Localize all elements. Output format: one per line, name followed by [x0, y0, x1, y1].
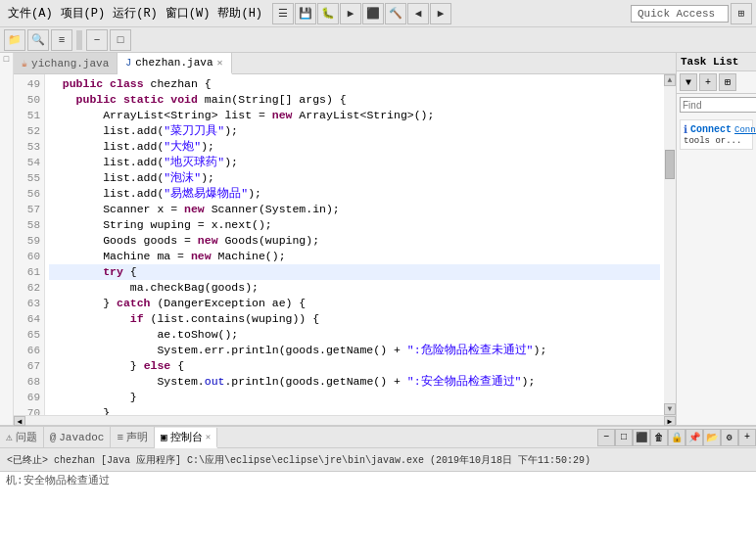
connect-link[interactable]: Connect... — [734, 125, 756, 135]
bottom-area: ⚠ 问题 @ Javadoc ≡ 声明 ▣ 控制台 ✕ − □ ⬛ 🗑 🔒 📌 … — [0, 425, 756, 557]
code-line-52: list.add("菜刀刀具"); — [49, 123, 660, 139]
console-status-text: <已终止> chezhan [Java 应用程序] C:\应用\eclipse\… — [3, 453, 753, 467]
console-label: 控制台 — [170, 430, 203, 444]
declaration-icon: ≡ — [117, 432, 123, 443]
gutter-btn-1[interactable]: □ — [4, 55, 9, 65]
editor-container: ☕ yichang.java J chezhan.java ✕ 49 50 51… — [14, 53, 676, 425]
menu-file[interactable]: 文件(A) — [8, 5, 53, 22]
tab-javadoc[interactable]: @ Javadoc — [44, 427, 112, 447]
code-line-54: list.add("地灭球药"); — [49, 155, 660, 170]
secondary-toolbar: 📁 🔍 ≡ − □ — [0, 27, 756, 53]
task-list-header: Task List — [677, 53, 756, 71]
toolbar-icons: ☰ 💾 🐛 ▶ ⬛ 🔨 ◀ ▶ — [272, 3, 451, 24]
quick-access-input[interactable]: Quick Access — [631, 5, 729, 23]
type-hierarchy-icon[interactable]: 🔍 — [27, 29, 49, 51]
scroll-track — [665, 86, 675, 403]
task-list-toolbar: ▼ + ⊞ — [677, 71, 756, 94]
problems-label: 问题 — [16, 430, 37, 444]
console-body[interactable]: 机:安全物品检查通过 — [0, 472, 756, 557]
code-line-49: public class chezhan { — [49, 76, 660, 92]
code-line-66: System.err.println(goods.getName() + ":危… — [49, 343, 660, 358]
console-clear-btn[interactable]: 🗑 — [650, 429, 668, 446]
outline-icon[interactable]: ≡ — [51, 29, 72, 51]
javadoc-label: Javadoc — [59, 432, 104, 443]
menu-help[interactable]: 帮助(H) — [217, 5, 262, 22]
code-line-59: Goods goods = new Goods(wuping); — [49, 233, 660, 249]
code-line-70: } — [49, 405, 660, 415]
rp-btn-3[interactable]: ⊞ — [719, 73, 736, 91]
perspective-icon[interactable]: ⊞ — [731, 3, 752, 24]
menu-project[interactable]: 项目(P) — [61, 5, 106, 22]
scroll-up-arrow[interactable]: ▲ — [664, 74, 676, 86]
connect-title: Connect — [690, 124, 732, 135]
find-input[interactable] — [680, 97, 756, 113]
build-icon[interactable]: 🔨 — [385, 3, 406, 24]
scroll-right-arrow[interactable]: ▶ — [664, 416, 676, 426]
console-maximize-btn[interactable]: □ — [615, 429, 633, 446]
maximize-icon[interactable]: □ — [110, 29, 131, 51]
tab-problems[interactable]: ⚠ 问题 — [0, 427, 44, 447]
menu-window[interactable]: 窗口(W) — [165, 5, 211, 22]
tab-declaration[interactable]: ≡ 声明 — [111, 427, 155, 447]
console-settings-btn[interactable]: ⚙ — [721, 429, 738, 446]
forward-icon[interactable]: ▶ — [430, 3, 451, 24]
scroll-down-arrow[interactable]: ▼ — [664, 403, 676, 415]
package-explorer-icon[interactable]: 📁 — [4, 29, 25, 51]
tab-chezhan[interactable]: J chezhan.java ✕ — [118, 53, 231, 74]
console-icon: ▣ — [161, 431, 167, 443]
code-area[interactable]: public class chezhan { public static voi… — [45, 74, 664, 415]
left-gutter: □ — [0, 53, 14, 425]
tab-close-icon[interactable]: ✕ — [216, 57, 222, 69]
rp-btn-2[interactable]: + — [699, 73, 717, 91]
console-info-bar: <已终止> chezhan [Java 应用程序] C:\应用\eclipse\… — [0, 448, 756, 472]
code-line-61: try { — [49, 264, 660, 280]
console-pin-btn[interactable]: 📌 — [685, 429, 703, 446]
editor-body: 49 50 51 52 53 54 55 56 57 58 59 60 61 6… — [14, 74, 676, 415]
console-close-icon[interactable]: ✕ — [206, 432, 211, 442]
console-minimize-btn[interactable]: − — [597, 429, 615, 446]
code-line-63: } catch (DangerException ae) { — [49, 296, 660, 311]
console-scroll-lock-btn[interactable]: 🔒 — [668, 429, 685, 446]
code-line-56: list.add("易燃易爆物品"); — [49, 186, 660, 202]
chezhan-tab-label: chezhan.java — [135, 57, 213, 69]
code-line-58: String wuping = x.next(); — [49, 217, 660, 233]
code-line-55: list.add("泡沫"); — [49, 170, 660, 186]
code-line-69: } — [49, 390, 660, 405]
scroll-thumb[interactable] — [665, 150, 675, 179]
tab-yichang[interactable]: ☕ yichang.java — [14, 53, 118, 73]
run-icon[interactable]: ▶ — [340, 3, 361, 24]
console-new-btn[interactable]: + — [738, 429, 756, 446]
back-icon[interactable]: ◀ — [407, 3, 429, 24]
horizontal-scrollbar[interactable]: ◀ ▶ — [14, 415, 676, 425]
problems-icon: ⚠ — [6, 431, 13, 443]
debug-icon[interactable]: 🐛 — [317, 3, 339, 24]
menu-bar: 文件(A) 项目(P) 运行(R) 窗口(W) 帮助(H) ☰ 💾 🐛 ▶ ⬛ … — [0, 0, 756, 27]
yichang-tab-label: yichang.java — [31, 58, 109, 70]
code-line-51: ArrayList<String> list = new ArrayList<S… — [49, 108, 660, 123]
minimize-icon[interactable]: − — [86, 29, 108, 51]
info-icon: ℹ — [684, 123, 687, 136]
code-line-67: } else { — [49, 358, 660, 374]
save-icon[interactable]: 💾 — [295, 3, 316, 24]
scroll-left-arrow[interactable]: ◀ — [14, 416, 25, 426]
find-row: 🔍 — [677, 94, 756, 116]
code-line-50: public static void main(String[] args) { — [49, 92, 660, 108]
stop-icon[interactable]: ⬛ — [362, 3, 384, 24]
console-terminate-btn[interactable]: ⬛ — [633, 429, 650, 446]
yichang-tab-icon: ☕ — [22, 58, 27, 70]
code-line-60: Machine ma = new Machine(); — [49, 249, 660, 264]
line-numbers: 49 50 51 52 53 54 55 56 57 58 59 60 61 6… — [14, 74, 45, 415]
menu-items: 文件(A) 项目(P) 运行(R) 窗口(W) 帮助(H) — [4, 5, 266, 22]
code-line-64: if (list.contains(wuping)) { — [49, 311, 660, 327]
code-line-53: list.add("大炮"); — [49, 139, 660, 155]
chezhan-tab-icon: J — [125, 58, 131, 69]
menu-run[interactable]: 运行(R) — [113, 5, 158, 22]
console-open-btn[interactable]: 📂 — [703, 429, 721, 446]
console-output-line-2: 机:安全物品检查通过 — [6, 474, 750, 488]
vertical-scrollbar[interactable]: ▲ ▼ — [664, 74, 676, 415]
code-line-68: System.out.println(goods.getName() + ":安… — [49, 374, 660, 390]
new-icon[interactable]: ☰ — [272, 3, 294, 24]
editor-tabs: ☕ yichang.java J chezhan.java ✕ — [14, 53, 676, 74]
tab-console[interactable]: ▣ 控制台 ✕ — [155, 428, 217, 448]
rp-btn-1[interactable]: ▼ — [680, 73, 697, 91]
